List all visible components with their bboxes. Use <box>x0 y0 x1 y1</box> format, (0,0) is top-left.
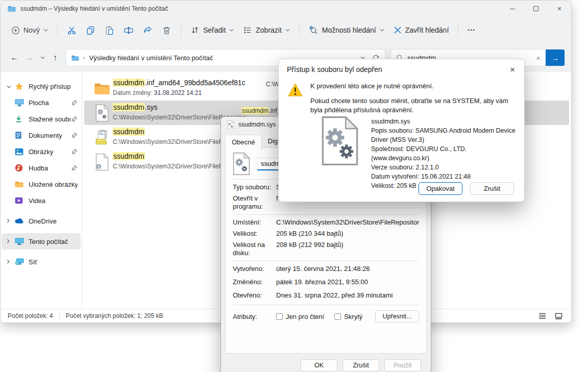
message-primary: K provedení této akce je nutné oprávnění… <box>310 82 516 91</box>
chevron-right-icon[interactable] <box>7 259 14 265</box>
pin-icon <box>71 100 78 106</box>
date-modified-label: Datum změny: <box>113 89 154 96</box>
retry-button[interactable]: Opakovat <box>419 182 462 195</box>
sidebar-item-this-pc[interactable]: Tento počítač <box>2 233 81 250</box>
forward-button[interactable]: → <box>22 50 37 65</box>
location-folder-icon <box>71 55 79 61</box>
sidebar-item-label: Uložené obrázky <box>29 181 78 188</box>
file-name-rest: .inf_amd64_99bdd5a4506ef81c <box>145 79 246 87</box>
share-button[interactable] <box>138 22 157 39</box>
sidebar-item-videos[interactable]: Videa <box>2 192 81 209</box>
sidebar-item-downloads[interactable]: Stažené soubory <box>2 111 81 127</box>
cut-button[interactable] <box>62 22 81 39</box>
hidden-checkbox[interactable] <box>334 313 341 320</box>
warning-icon <box>287 83 303 99</box>
chevron-down-icon[interactable] <box>7 84 14 89</box>
see-more-button[interactable]: ••• <box>463 24 480 36</box>
file-name: ssudmdm <box>113 152 145 160</box>
sidebar-item-label: Dokumenty <box>29 132 71 139</box>
system-file-icon <box>233 153 250 175</box>
sidebar-item-label: Síť <box>29 258 78 266</box>
chevron-down-icon <box>380 29 384 32</box>
sidebar-item-label: Rychlý přístup <box>29 83 78 90</box>
up-button[interactable]: ↑ <box>47 50 63 65</box>
search-options-label: Možnosti hledání <box>322 26 376 34</box>
onedrive-cloud-icon <box>15 218 25 224</box>
paste-button[interactable] <box>100 22 119 39</box>
file-meta: Datum změny: 31.08.2022 14:21 <box>113 89 202 96</box>
message-secondary: Pokud chcete tento soubor měnit, obraťte… <box>310 96 516 115</box>
copy-button[interactable] <box>81 22 100 39</box>
search-highlight: ssudmdm <box>113 103 145 111</box>
view-label: Zobrazit <box>256 26 282 34</box>
sidebar-item-quick-access[interactable]: Rychlý přístup <box>2 78 81 94</box>
driver-file-icon <box>93 153 111 170</box>
sidebar-item-saved-pictures[interactable]: Uložené obrázky <box>2 176 81 192</box>
sidebar-item-pictures[interactable]: Obrázky <box>2 143 81 160</box>
close-icon[interactable]: × <box>508 65 517 75</box>
tab-general[interactable]: Obecné <box>225 135 262 150</box>
sidebar-item-label: Stažené soubory <box>29 115 71 123</box>
clear-search-icon[interactable]: × <box>531 54 546 62</box>
sort-button[interactable]: Seřadit <box>186 22 238 38</box>
sidebar-item-network[interactable]: Síť <box>2 254 81 270</box>
location-value: C:\Windows\System32\DriverStore\FileRepo… <box>276 218 419 227</box>
view-button[interactable]: Zobrazit <box>238 22 295 38</box>
readonly-checkbox[interactable] <box>276 313 283 320</box>
pin-icon <box>71 116 78 122</box>
delete-button[interactable] <box>157 22 176 39</box>
sidebar-item-label: Obrázky <box>29 148 71 156</box>
sidebar-item-documents[interactable]: Dokumenty <box>2 127 81 143</box>
dialog-title: Přístup k souboru byl odepřen <box>287 65 382 73</box>
open-with-label: Otevřít v programu: <box>233 194 276 211</box>
close-search-icon <box>394 26 402 34</box>
maximize-button[interactable] <box>524 1 548 17</box>
details-view-icon[interactable] <box>536 311 548 321</box>
large-icons-view-icon[interactable] <box>553 311 564 321</box>
sidebar-item-onedrive[interactable]: OneDrive <box>2 213 81 229</box>
folder-icon <box>15 181 25 188</box>
close-button[interactable]: × <box>548 1 571 17</box>
close-search-button[interactable]: Zavřít hledání <box>389 22 454 38</box>
this-pc-icon <box>15 237 25 245</box>
recent-locations-button[interactable] <box>37 50 47 65</box>
chevron-down-icon <box>43 29 48 32</box>
command-bar: Nový <box>1 17 571 43</box>
type-label: Typ souboru: <box>233 183 276 191</box>
apply-button[interactable]: Použít <box>384 359 421 371</box>
cancel-button[interactable]: Zrušit <box>342 359 379 371</box>
divider <box>233 261 419 261</box>
advanced-button[interactable]: Upřesnit... <box>375 310 419 323</box>
size-value: 205 kB (210 344 bajtů) <box>276 230 419 238</box>
ok-button[interactable]: OK <box>301 359 337 371</box>
hidden-label: Skrytý <box>344 313 362 320</box>
chevron-right-icon[interactable] <box>7 239 14 244</box>
back-button[interactable]: ← <box>7 50 22 65</box>
item-count: Počet položek: 4 <box>8 312 53 319</box>
sidebar-item-label: Hudba <box>29 164 71 172</box>
chevron-down-icon <box>40 56 45 59</box>
divider <box>299 23 300 37</box>
search-go-button[interactable]: → <box>546 49 565 66</box>
sort-label: Seřadit <box>203 26 226 34</box>
see-more-icon: ••• <box>468 28 475 33</box>
rename-button[interactable] <box>119 22 138 39</box>
sidebar-item-label: OneDrive <box>29 217 78 225</box>
sidebar-item-music[interactable]: Hudba <box>2 160 81 176</box>
divider <box>233 214 419 215</box>
sidebar-item-desktop[interactable]: Plocha <box>2 94 81 111</box>
new-button[interactable]: Nový <box>7 22 53 38</box>
attributes-label: Atributy: <box>233 313 276 320</box>
network-icon <box>15 258 25 266</box>
search-highlight: ssudmdm <box>113 152 145 160</box>
close-search-label: Zavřít hledání <box>405 26 449 34</box>
cancel-button[interactable]: Zrušit <box>470 182 514 195</box>
accessed-label: Otevřeno: <box>233 291 276 300</box>
company: Společnost: DEVGURU Co., LTD.(www.devgur… <box>371 144 520 163</box>
search-options-button[interactable]: Možnosti hledání <box>304 22 389 39</box>
modified-value: pátek 19. března 2021, 9:55:00 <box>276 278 419 286</box>
minimize-button[interactable] <box>501 1 524 17</box>
chevron-right-icon[interactable] <box>7 218 14 224</box>
file-description: Popis souboru: SAMSUNG Android Modem Dev… <box>371 126 520 144</box>
sort-icon <box>190 26 200 35</box>
